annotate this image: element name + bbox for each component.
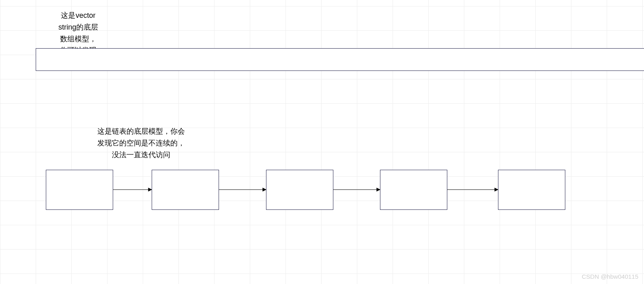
linked-list-node <box>380 170 447 210</box>
watermark-text: CSDN @hbw040115 <box>582 273 638 280</box>
linked-list-node <box>152 170 219 210</box>
linked-list-node <box>266 170 333 210</box>
linked-list-node <box>46 170 113 210</box>
linked-list-node <box>498 170 565 210</box>
diagram-layer: 这是vector string的底层 数组模型， 你可以发现 是连续的 这是链表… <box>0 0 644 284</box>
arrows-svg <box>0 0 644 284</box>
